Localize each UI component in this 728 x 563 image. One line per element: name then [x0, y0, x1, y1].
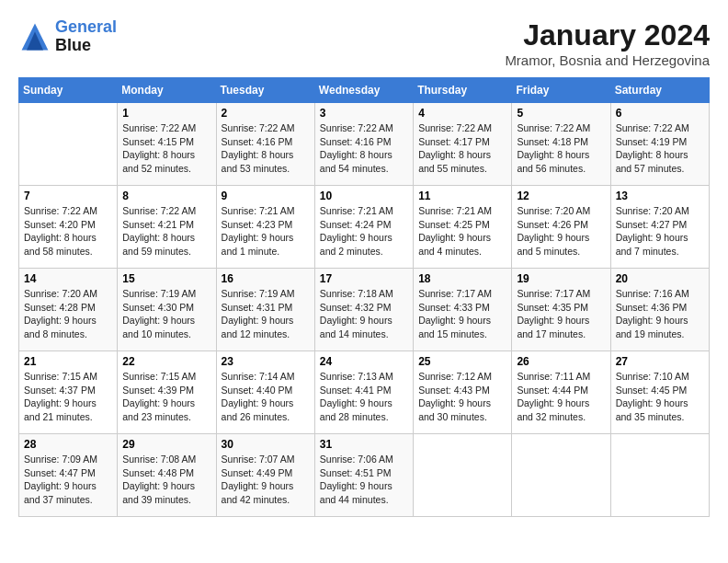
weekday-header: Wednesday: [314, 78, 413, 103]
title-block: January 2024 Mramor, Bosnia and Herzegov…: [505, 18, 710, 68]
calendar-cell: 3Sunrise: 7:22 AMSunset: 4:16 PMDaylight…: [314, 103, 413, 186]
month-title: January 2024: [505, 18, 710, 52]
day-info: Sunrise: 7:08 AMSunset: 4:48 PMDaylight:…: [122, 453, 210, 507]
day-info: Sunrise: 7:17 AMSunset: 4:35 PMDaylight:…: [517, 287, 605, 341]
day-number: 5: [517, 107, 605, 120]
weekday-header: Thursday: [414, 78, 512, 103]
day-number: 13: [616, 190, 704, 202]
day-number: 20: [616, 272, 704, 285]
day-info: Sunrise: 7:22 AMSunset: 4:19 PMDaylight:…: [616, 121, 704, 176]
calendar-cell: 1Sunrise: 7:22 AMSunset: 4:15 PMDaylight…: [118, 103, 216, 186]
day-number: 15: [122, 272, 210, 285]
day-number: 11: [418, 190, 506, 202]
day-info: Sunrise: 7:09 AMSunset: 4:47 PMDaylight:…: [24, 453, 112, 507]
day-number: 23: [222, 355, 310, 368]
calendar-cell: 19Sunrise: 7:17 AMSunset: 4:35 PMDayligh…: [512, 269, 610, 351]
day-number: 1: [122, 107, 210, 120]
day-number: 17: [320, 272, 408, 285]
day-number: 19: [517, 272, 605, 285]
calendar-cell: 6Sunrise: 7:22 AMSunset: 4:19 PMDaylight…: [610, 103, 709, 186]
calendar-cell: 12Sunrise: 7:20 AMSunset: 4:26 PMDayligh…: [512, 186, 610, 269]
day-info: Sunrise: 7:12 AMSunset: 4:43 PMDaylight:…: [418, 370, 506, 424]
day-info: Sunrise: 7:16 AMSunset: 4:36 PMDaylight:…: [616, 287, 704, 341]
calendar-cell: 4Sunrise: 7:22 AMSunset: 4:17 PMDaylight…: [414, 103, 512, 186]
day-number: 25: [418, 355, 506, 368]
day-number: 18: [418, 272, 506, 285]
day-number: 31: [320, 438, 408, 451]
day-info: Sunrise: 7:18 AMSunset: 4:32 PMDaylight:…: [320, 287, 408, 341]
day-number: 21: [24, 355, 112, 368]
weekday-header: Monday: [118, 78, 216, 103]
calendar-cell: 28Sunrise: 7:09 AMSunset: 4:47 PMDayligh…: [19, 434, 118, 517]
calendar-cell: 23Sunrise: 7:14 AMSunset: 4:40 PMDayligh…: [216, 351, 314, 434]
day-info: Sunrise: 7:13 AMSunset: 4:41 PMDaylight:…: [320, 370, 408, 424]
day-info: Sunrise: 7:22 AMSunset: 4:16 PMDaylight:…: [222, 121, 310, 176]
day-number: 30: [222, 438, 310, 451]
calendar-cell: 14Sunrise: 7:20 AMSunset: 4:28 PMDayligh…: [19, 269, 118, 351]
calendar-cell: 20Sunrise: 7:16 AMSunset: 4:36 PMDayligh…: [610, 269, 709, 351]
day-number: 24: [320, 355, 408, 368]
day-info: Sunrise: 7:22 AMSunset: 4:20 PMDaylight:…: [24, 204, 112, 259]
day-info: Sunrise: 7:22 AMSunset: 4:21 PMDaylight:…: [122, 204, 210, 259]
day-info: Sunrise: 7:19 AMSunset: 4:30 PMDaylight:…: [122, 287, 210, 341]
day-info: Sunrise: 7:20 AMSunset: 4:28 PMDaylight:…: [24, 287, 112, 341]
day-number: 4: [418, 107, 506, 120]
calendar-cell: 27Sunrise: 7:10 AMSunset: 4:45 PMDayligh…: [610, 351, 709, 434]
day-number: 14: [24, 272, 112, 285]
calendar-cell: 21Sunrise: 7:15 AMSunset: 4:37 PMDayligh…: [19, 351, 118, 434]
day-info: Sunrise: 7:17 AMSunset: 4:33 PMDaylight:…: [418, 287, 506, 341]
calendar-cell: 7Sunrise: 7:22 AMSunset: 4:20 PMDaylight…: [19, 186, 118, 269]
calendar-cell: 11Sunrise: 7:21 AMSunset: 4:25 PMDayligh…: [414, 186, 512, 269]
day-number: 8: [122, 190, 210, 202]
calendar-cell: 9Sunrise: 7:21 AMSunset: 4:23 PMDaylight…: [216, 186, 314, 269]
day-info: Sunrise: 7:15 AMSunset: 4:37 PMDaylight:…: [24, 370, 112, 424]
calendar-cell: 24Sunrise: 7:13 AMSunset: 4:41 PMDayligh…: [314, 351, 413, 434]
calendar-cell: [19, 103, 118, 186]
logo: General Blue: [18, 18, 117, 55]
weekday-header: Saturday: [610, 78, 709, 103]
weekday-header: Sunday: [19, 78, 118, 103]
calendar-cell: 10Sunrise: 7:21 AMSunset: 4:24 PMDayligh…: [314, 186, 413, 269]
day-info: Sunrise: 7:11 AMSunset: 4:44 PMDaylight:…: [517, 370, 605, 424]
calendar-cell: 2Sunrise: 7:22 AMSunset: 4:16 PMDaylight…: [216, 103, 314, 186]
day-info: Sunrise: 7:20 AMSunset: 4:26 PMDaylight:…: [517, 204, 605, 259]
day-info: Sunrise: 7:06 AMSunset: 4:51 PMDaylight:…: [320, 453, 408, 507]
calendar-cell: 18Sunrise: 7:17 AMSunset: 4:33 PMDayligh…: [414, 269, 512, 351]
day-number: 2: [222, 107, 310, 120]
day-number: 9: [222, 190, 310, 202]
logo-icon: [18, 20, 51, 53]
day-number: 26: [517, 355, 605, 368]
day-number: 29: [122, 438, 210, 451]
calendar-cell: [610, 434, 709, 517]
day-info: Sunrise: 7:19 AMSunset: 4:31 PMDaylight:…: [222, 287, 310, 341]
day-number: 10: [320, 190, 408, 202]
day-info: Sunrise: 7:22 AMSunset: 4:15 PMDaylight:…: [122, 121, 210, 176]
calendar-cell: [512, 434, 610, 517]
day-info: Sunrise: 7:22 AMSunset: 4:18 PMDaylight:…: [517, 121, 605, 176]
day-number: 6: [616, 107, 704, 120]
day-info: Sunrise: 7:21 AMSunset: 4:23 PMDaylight:…: [222, 204, 310, 259]
day-number: 7: [24, 190, 112, 202]
day-number: 22: [122, 355, 210, 368]
calendar-cell: 25Sunrise: 7:12 AMSunset: 4:43 PMDayligh…: [414, 351, 512, 434]
calendar-cell: 31Sunrise: 7:06 AMSunset: 4:51 PMDayligh…: [314, 434, 413, 517]
calendar-cell: 16Sunrise: 7:19 AMSunset: 4:31 PMDayligh…: [216, 269, 314, 351]
calendar-cell: 17Sunrise: 7:18 AMSunset: 4:32 PMDayligh…: [314, 269, 413, 351]
day-info: Sunrise: 7:22 AMSunset: 4:16 PMDaylight:…: [320, 121, 408, 176]
calendar-cell: 13Sunrise: 7:20 AMSunset: 4:27 PMDayligh…: [610, 186, 709, 269]
weekday-header: Tuesday: [216, 78, 314, 103]
calendar-cell: 22Sunrise: 7:15 AMSunset: 4:39 PMDayligh…: [118, 351, 216, 434]
calendar-cell: 26Sunrise: 7:11 AMSunset: 4:44 PMDayligh…: [512, 351, 610, 434]
day-info: Sunrise: 7:22 AMSunset: 4:17 PMDaylight:…: [418, 121, 506, 176]
calendar-cell: 29Sunrise: 7:08 AMSunset: 4:48 PMDayligh…: [118, 434, 216, 517]
calendar-table: SundayMondayTuesdayWednesdayThursdayFrid…: [18, 77, 710, 517]
day-info: Sunrise: 7:07 AMSunset: 4:49 PMDaylight:…: [222, 453, 310, 507]
day-number: 28: [24, 438, 112, 451]
calendar-header: SundayMondayTuesdayWednesdayThursdayFrid…: [19, 78, 710, 103]
day-info: Sunrise: 7:10 AMSunset: 4:45 PMDaylight:…: [616, 370, 704, 424]
day-number: 3: [320, 107, 408, 120]
location-title: Mramor, Bosnia and Herzegovina: [505, 52, 710, 68]
day-info: Sunrise: 7:14 AMSunset: 4:40 PMDaylight:…: [222, 370, 310, 424]
day-info: Sunrise: 7:21 AMSunset: 4:24 PMDaylight:…: [320, 204, 408, 259]
calendar-cell: 8Sunrise: 7:22 AMSunset: 4:21 PMDaylight…: [118, 186, 216, 269]
